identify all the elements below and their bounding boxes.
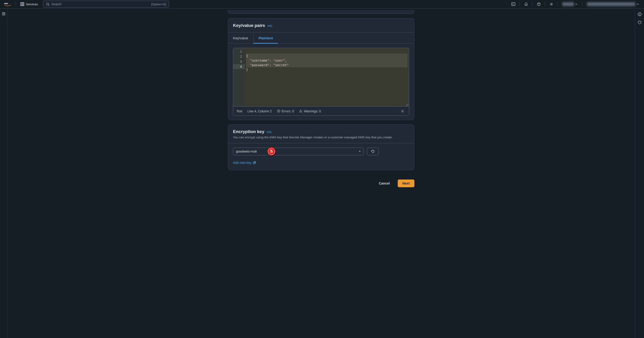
divider	[520, 2, 520, 6]
card-title: Encryption key	[233, 129, 264, 134]
top-nav: aws Services [Option+S]	[0, 0, 644, 8]
nav-utility-icons	[510, 1, 641, 7]
encryption-body: graviteeio-msk 5 Add new key	[228, 143, 414, 170]
svg-point-20	[402, 111, 403, 112]
svg-text:aws: aws	[4, 2, 8, 4]
svg-point-7	[551, 4, 552, 5]
tab-keyvalue[interactable]: Key/value	[233, 32, 254, 43]
warning-icon	[299, 109, 302, 113]
svg-point-12	[640, 13, 640, 14]
card-description: You can encrypt using the KMS key that S…	[233, 136, 409, 139]
code-line: }	[246, 67, 408, 72]
editor-settings-icon[interactable]	[399, 108, 406, 114]
kms-key-select-container: graviteeio-msk 5	[233, 148, 364, 155]
tabs: Key/value Plaintext	[228, 32, 414, 44]
notifications-icon[interactable]	[522, 1, 530, 7]
info-link[interactable]: Info	[266, 130, 272, 134]
region-selector[interactable]	[560, 2, 580, 6]
help-icon[interactable]	[535, 1, 542, 7]
warnings-count: Warnings: 0	[299, 109, 321, 113]
svg-point-1	[46, 3, 48, 5]
cloudshell-icon[interactable]	[510, 1, 517, 7]
kms-key-value: graviteeio-msk	[236, 150, 257, 153]
tab-plaintext[interactable]: Plaintext	[254, 32, 278, 43]
chevron-down-icon	[358, 150, 361, 153]
code-line: "password": "secret"	[246, 63, 408, 67]
svg-marker-14	[638, 21, 641, 24]
kms-key-select[interactable]: graviteeio-msk	[233, 148, 364, 155]
svg-point-19	[300, 112, 301, 112]
cancel-button[interactable]: Cancel	[374, 179, 394, 187]
external-link-icon	[253, 161, 256, 164]
gutter-line: 4	[233, 64, 245, 69]
right-rail	[635, 8, 644, 338]
search-shortcut: [Option+S]	[151, 2, 166, 6]
menu-toggle-icon[interactable]	[2, 12, 6, 15]
resize-handle[interactable]	[406, 103, 408, 106]
svg-point-6	[538, 5, 539, 5]
services-label: Services	[26, 2, 38, 6]
chevron-down-icon	[637, 3, 639, 5]
chevron-down-icon	[575, 3, 578, 5]
gutter-line: 2	[233, 54, 245, 59]
editor-mode: Text	[236, 109, 242, 113]
encryption-card: Encryption key Info You can encrypt usin…	[228, 124, 414, 170]
search-icon	[46, 2, 50, 6]
cursor-position: Line 4, Column 2	[248, 109, 272, 113]
left-rail	[0, 8, 7, 338]
card-header: Key/value pairs Info	[228, 18, 414, 32]
divider	[532, 2, 532, 6]
content-column: Key/value pairs Info Key/value Plaintext…	[228, 10, 414, 329]
services-menu-button[interactable]: Services	[19, 1, 39, 7]
code-text[interactable]: { "username": "user", "password": "secre…	[245, 48, 409, 106]
main-scroll[interactable]: Key/value pairs Info Key/value Plaintext…	[7, 8, 635, 338]
editor-statusbar: Text Line 4, Column 2 Errors: 0 Warnings…	[233, 106, 409, 116]
info-panel-icon[interactable]	[638, 12, 642, 16]
refresh-button[interactable]	[367, 148, 379, 155]
info-link[interactable]: Info	[267, 24, 272, 27]
refresh-icon	[371, 149, 375, 153]
keyvalue-card: Key/value pairs Info Key/value Plaintext…	[228, 18, 414, 120]
wizard-actions: Cancel Next	[228, 179, 414, 187]
gutter-line: 1	[233, 49, 245, 54]
search-input[interactable]	[51, 2, 151, 6]
security-panel-icon[interactable]	[638, 20, 642, 24]
account-menu[interactable]	[585, 2, 641, 6]
card-header: Encryption key Info You can encrypt usin…	[228, 125, 414, 143]
divider	[558, 2, 558, 6]
line-gutter: 1 2 3 4	[233, 48, 245, 106]
card-title: Key/value pairs	[233, 23, 265, 28]
code-area[interactable]: 1 2 3 4 { "username": "user", "password"…	[233, 48, 409, 106]
errors-count: Errors: 0	[277, 109, 294, 113]
divider	[545, 2, 545, 6]
aws-logo[interactable]: aws	[4, 2, 11, 6]
code-line: "username": "user",	[246, 58, 408, 63]
gutter-line: 3	[233, 59, 245, 64]
next-button[interactable]: Next	[398, 179, 414, 187]
editor-wrap: 1 2 3 4 { "username": "user", "password"…	[228, 44, 414, 120]
settings-icon[interactable]	[548, 1, 555, 7]
error-icon	[277, 109, 280, 113]
svg-line-2	[48, 5, 49, 6]
grid-icon	[20, 2, 24, 6]
add-new-key-link[interactable]: Add new key	[233, 161, 409, 165]
previous-card-stub	[228, 10, 414, 14]
code-editor[interactable]: 1 2 3 4 { "username": "user", "password"…	[233, 48, 409, 116]
global-search[interactable]: [Option+S]	[43, 1, 169, 7]
code-line: {	[246, 53, 408, 58]
